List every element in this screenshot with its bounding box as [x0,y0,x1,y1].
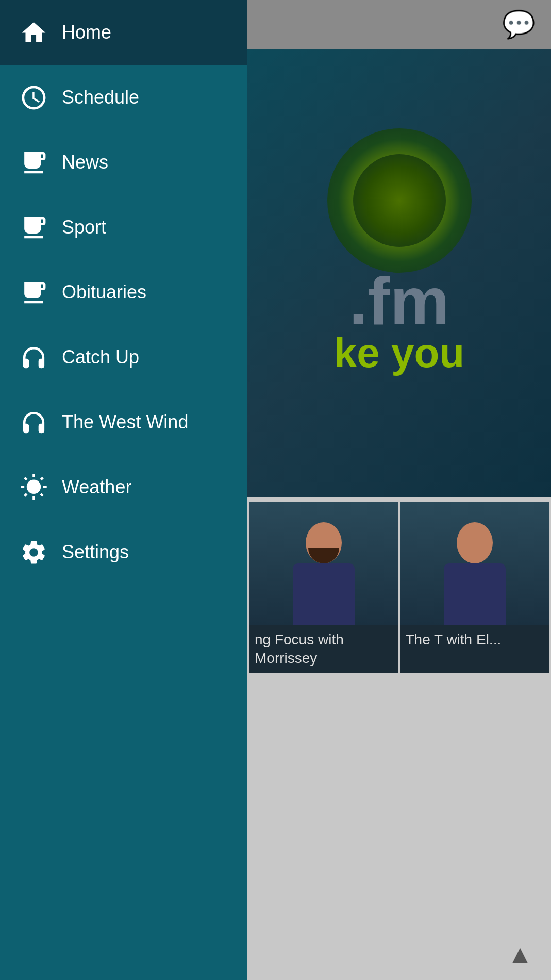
sidebar-item-home-label: Home [62,22,111,43]
person-body-2 [444,563,506,625]
person-body-1 [293,563,355,625]
sidebar-item-westwind[interactable]: The West Wind [0,390,247,455]
person-head-2 [457,522,493,563]
sidebar-item-home[interactable]: Home [0,0,247,65]
hero-logo: .fm ke you [327,159,472,387]
person-head-1 [306,522,342,563]
sidebar-item-schedule-label: Schedule [62,87,139,108]
person-silhouette-1 [249,502,398,625]
sidebar-item-catchup-label: Catch Up [62,346,139,368]
sidebar-item-news-label: News [62,152,108,173]
sidebar-item-settings[interactable]: Settings [0,520,247,585]
person-figure-2 [439,522,511,625]
sidebar-item-sport-label: Sport [62,217,106,238]
home-icon [15,14,52,51]
sidebar-item-catchup[interactable]: Catch Up [0,325,247,390]
clock-icon [15,79,52,115]
sidebar-item-news[interactable]: News [0,130,247,195]
logo-circle [327,128,472,273]
headphones2-icon [15,404,52,440]
tagline-text: ke you [334,329,464,377]
person-beard-1 [308,548,339,563]
person-figure-1 [288,522,360,625]
card-2-label: The T with El... [400,625,549,654]
sidebar-item-settings-label: Settings [62,541,129,563]
chat-icon[interactable]: 💬 [502,9,536,40]
hero-area: .fm ke you [247,49,551,497]
news-icon [15,144,52,180]
card-1[interactable]: ng Focus with Morrissey [249,502,398,673]
cards-row: ng Focus with Morrissey The T with El... [247,497,551,675]
weather-icon [15,469,52,505]
top-bar: 💬 [247,0,551,49]
sport-icon [15,209,52,245]
cards-area: ng Focus with Morrissey The T with El... [247,497,551,980]
logo-circle-inner [353,154,446,247]
fm-text: .fm [349,262,449,340]
settings-icon [15,534,52,570]
card-2-image [400,502,549,625]
scroll-top-button[interactable]: ▲ [499,934,541,975]
obituaries-icon [15,274,52,310]
sidebar-item-obituaries[interactable]: Obituaries [0,260,247,325]
headphones-icon [15,339,52,375]
person-silhouette-2 [400,502,549,625]
sidebar-item-obituaries-label: Obituaries [62,281,146,303]
card-1-label: ng Focus with Morrissey [249,625,398,673]
sidebar-item-westwind-label: The West Wind [62,411,188,433]
card-2[interactable]: The T with El... [400,502,549,673]
sidebar-item-weather-label: Weather [62,476,131,498]
card-1-image [249,502,398,625]
sidebar-item-sport[interactable]: Sport [0,195,247,260]
sidebar: Home Schedule News Sport [0,0,247,980]
sidebar-item-schedule[interactable]: Schedule [0,65,247,130]
sidebar-item-weather[interactable]: Weather [0,455,247,520]
